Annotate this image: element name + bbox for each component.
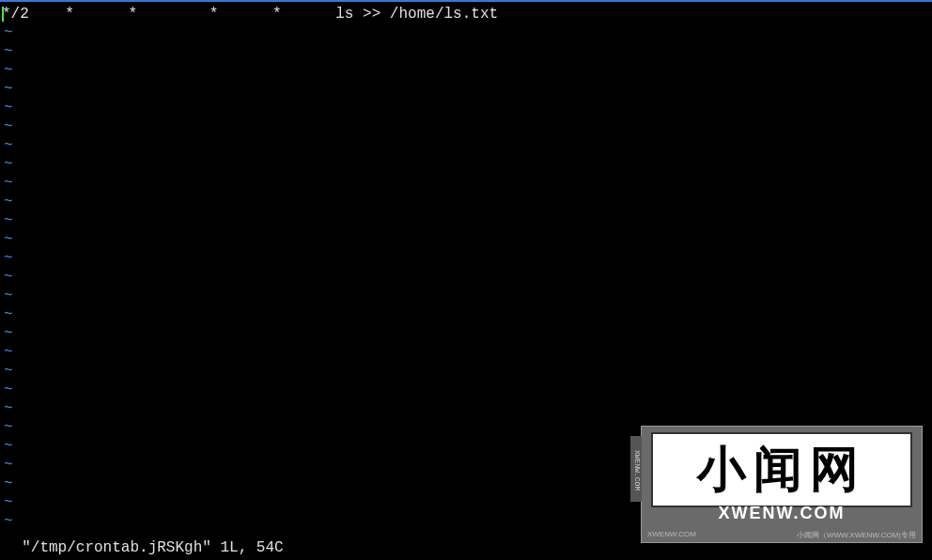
empty-line-tilde: ~ <box>0 287 932 305</box>
empty-line-tilde: ~ <box>0 155 932 174</box>
watermark-title: 小闻网 <box>697 437 866 503</box>
watermark-container: XWENW.COM 小闻网 XWENW.COM XWENW.COM 小闻网（WW… <box>641 426 923 543</box>
empty-line-tilde: ~ <box>0 249 932 268</box>
empty-line-tilde: ~ <box>0 362 932 381</box>
empty-line-tilde: ~ <box>0 230 932 249</box>
empty-line-tilde: ~ <box>0 117 932 136</box>
editor-content-line[interactable]: */2 * * * * ls >> /home/ls.txt <box>0 5 932 23</box>
vim-status-line: "/tmp/crontab.jRSKgh" 1L, 54C <box>4 522 284 556</box>
empty-line-tilde: ~ <box>0 211 932 230</box>
empty-line-tilde: ~ <box>0 193 932 211</box>
empty-line-tilde: ~ <box>0 305 932 324</box>
empty-line-tilde: ~ <box>0 99 932 117</box>
empty-line-tilde: ~ <box>0 61 932 80</box>
watermark-side-tab: XWENW.COM <box>630 436 642 502</box>
empty-line-tilde: ~ <box>0 343 932 362</box>
empty-line-tilde: ~ <box>0 399 932 418</box>
empty-line-tilde: ~ <box>0 381 932 399</box>
watermark-subtitle: XWENW.COM <box>642 504 922 523</box>
watermark-footer-right: 小闻网（WWW.XWENW.COM)专用 <box>797 530 916 540</box>
watermark-footer: XWENW.COM 小闻网（WWW.XWENW.COM)专用 <box>647 530 916 540</box>
watermark-main-box: 小闻网 <box>651 432 912 507</box>
file-info: "/tmp/crontab.jRSKgh" 1L, 54C <box>22 539 283 556</box>
watermark-footer-left: XWENW.COM <box>647 530 696 540</box>
window-top-border <box>0 0 932 2</box>
empty-line-tilde: ~ <box>0 42 932 61</box>
empty-line-tilde: ~ <box>0 80 932 99</box>
empty-line-tilde: ~ <box>0 268 932 287</box>
empty-line-tilde: ~ <box>0 23 932 42</box>
empty-line-tilde: ~ <box>0 136 932 155</box>
crontab-entry: */2 * * * * ls >> /home/ls.txt <box>2 6 498 23</box>
empty-line-tilde: ~ <box>0 174 932 193</box>
empty-line-tilde: ~ <box>0 324 932 343</box>
